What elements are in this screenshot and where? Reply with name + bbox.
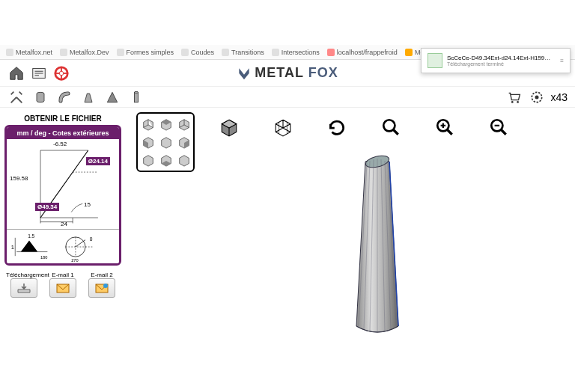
3d-model[interactable] xyxy=(202,145,553,347)
view-bottom[interactable] xyxy=(158,152,174,168)
svg-line-33 xyxy=(76,239,85,246)
shape-toolbar: x43 xyxy=(0,87,575,108)
svg-line-44 xyxy=(447,129,452,135)
shape-tube-icon[interactable] xyxy=(127,88,145,106)
view-iso-tr[interactable] xyxy=(176,116,192,132)
export-label: E-mail 1 xyxy=(45,272,81,278)
shape-cylinder-icon[interactable] xyxy=(31,88,49,106)
brand-row: METAL FOX xyxy=(0,60,575,87)
svg-point-12 xyxy=(135,91,139,93)
svg-point-13 xyxy=(511,101,514,103)
sidebar-title: OBTENIR LE FICHIER xyxy=(4,112,121,125)
view-front[interactable] xyxy=(158,134,174,150)
svg-point-38 xyxy=(103,284,108,288)
parameter-box[interactable]: mm / deg - Cotes extérieures -6.52 Ø24.1… xyxy=(4,125,121,266)
svg-text:0: 0 xyxy=(90,236,93,241)
shape-transition-icon[interactable] xyxy=(79,88,97,106)
news-icon[interactable] xyxy=(30,64,48,82)
rotate-icon[interactable] xyxy=(325,115,349,139)
svg-point-16 xyxy=(535,95,539,99)
view-top[interactable] xyxy=(158,116,174,132)
zoom-in-icon[interactable] xyxy=(433,115,457,139)
svg-point-14 xyxy=(517,101,520,103)
bookmark[interactable]: Metalfox.Dev xyxy=(60,49,109,56)
svg-line-48 xyxy=(501,129,506,135)
svg-rect-11 xyxy=(135,92,139,102)
viewport xyxy=(202,108,553,347)
cart-icon[interactable] xyxy=(505,88,523,106)
svg-text:180: 180 xyxy=(40,254,47,259)
shape-elbow-icon[interactable] xyxy=(55,88,73,106)
units-header: mm / deg - Cotes extérieures xyxy=(7,127,119,139)
bookmark[interactable]: Formes simples xyxy=(117,49,174,56)
view-orientation-grid xyxy=(136,112,195,172)
home-icon[interactable] xyxy=(7,64,25,82)
svg-text:1.5: 1.5 xyxy=(28,233,34,238)
shaded-mode-icon[interactable] xyxy=(217,115,241,139)
email2-button[interactable] xyxy=(88,278,115,298)
wireframe-mode-icon[interactable] xyxy=(271,115,295,139)
bookmark[interactable]: Transitions xyxy=(222,49,264,56)
view-iso-br[interactable] xyxy=(176,152,192,168)
export-label: Téléchargement xyxy=(6,272,42,278)
gear-icon[interactable] xyxy=(528,88,546,106)
bookmark[interactable]: localhost/frappefroid xyxy=(327,49,398,56)
viewport-toolbar xyxy=(202,108,553,147)
export-label: E-mail 2 xyxy=(84,272,120,278)
svg-text:1: 1 xyxy=(11,243,14,250)
svg-text:270: 270 xyxy=(71,257,78,262)
help-icon[interactable] xyxy=(52,64,70,82)
bookmark[interactable]: Coudes xyxy=(181,49,214,56)
email1-button[interactable] xyxy=(49,278,76,298)
svg-line-42 xyxy=(393,129,398,135)
dimension-diagram: -6.52 Ø24.14 159.58 Ø49.34 15 24 xyxy=(7,139,119,229)
zoom-fit-icon[interactable] xyxy=(379,115,403,139)
shape-cone-icon[interactable] xyxy=(103,88,121,106)
view-right[interactable] xyxy=(176,134,192,150)
svg-point-5 xyxy=(59,71,64,76)
download-button[interactable] xyxy=(10,278,37,298)
view-left[interactable] xyxy=(140,134,156,150)
zoom-out-icon[interactable] xyxy=(487,115,511,139)
bookmark[interactable]: Metalfox.net xyxy=(6,49,52,56)
tools-icon[interactable] xyxy=(7,88,25,106)
svg-point-41 xyxy=(383,120,395,131)
secondary-diagram: 1 1.5 180 0 270 xyxy=(7,229,119,263)
sidebar: OBTENIR LE FICHIER mm / deg - Cotes exté… xyxy=(0,108,126,347)
credits-count: x43 xyxy=(550,91,568,103)
brand-logo[interactable]: METAL FOX xyxy=(237,65,338,81)
view-iso-tl[interactable] xyxy=(140,116,156,132)
bookmark[interactable]: Intersections xyxy=(272,49,320,56)
view-iso-bl[interactable] xyxy=(140,152,156,168)
